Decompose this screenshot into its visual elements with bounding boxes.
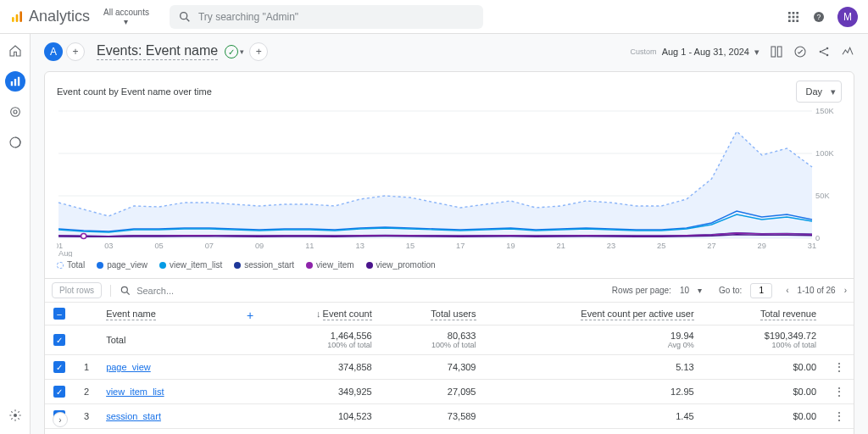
analytics-logo-icon (10, 10, 24, 24)
date-range-picker[interactable]: Custom Aug 1 - Aug 31, 2024 ▾ (631, 47, 760, 58)
add-dimension-button[interactable]: + (247, 309, 253, 322)
svg-text:11: 11 (305, 242, 314, 250)
svg-text:17: 17 (456, 242, 465, 250)
table-row: 1page_view374,85874,3095.13$0.00⋮ (45, 355, 854, 380)
legend-swatch (366, 262, 373, 269)
megaphone-icon (8, 136, 22, 149)
nav-explore[interactable] (5, 102, 25, 122)
row-menu-icon[interactable]: ⋮ (833, 385, 845, 398)
help-icon[interactable]: ? (812, 10, 826, 24)
event-name-link[interactable]: page_view (106, 362, 151, 372)
chevron-down-icon[interactable]: ▾ (698, 286, 702, 295)
sidenav-expand[interactable]: › (53, 412, 68, 427)
search-input[interactable]: Try searching "Admin" (170, 5, 483, 29)
apps-icon[interactable] (787, 10, 800, 24)
svg-rect-13 (796, 19, 798, 22)
svg-rect-2 (19, 11, 22, 22)
status-check-icon[interactable]: ✓ (225, 45, 238, 58)
cell-total-users: 23,754 (381, 429, 485, 435)
page-prev[interactable]: ‹ (786, 286, 788, 295)
share-icon[interactable] (817, 45, 831, 58)
col-per-active[interactable]: Event count per active user (581, 309, 693, 320)
date-range-value: Aug 1 - Aug 31, 2024 (662, 47, 749, 57)
chevron-down-icon: ▾ (754, 47, 760, 58)
svg-rect-24 (777, 47, 782, 57)
nav-reports[interactable] (5, 71, 25, 92)
row-checkbox[interactable] (53, 361, 65, 373)
cell-event-count: 104,523 (259, 404, 381, 429)
legend-label: session_start (244, 260, 294, 270)
legend-item[interactable]: view_promotion (366, 260, 436, 270)
row-checkbox[interactable] (53, 334, 65, 346)
avatar[interactable]: M (837, 7, 858, 27)
chevron-down-icon[interactable]: ▾ (240, 47, 244, 56)
add-segment-button[interactable]: + (66, 42, 85, 61)
legend-item[interactable]: page_view (97, 260, 147, 270)
nav-advertising[interactable] (5, 132, 25, 153)
granularity-dropdown[interactable]: Day (796, 81, 842, 103)
row-checkbox[interactable] (53, 386, 65, 398)
nav-home[interactable] (5, 41, 25, 61)
rows-per-page-value[interactable]: 10 (680, 286, 689, 295)
select-all-checkbox[interactable] (53, 308, 65, 320)
svg-point-22 (14, 414, 17, 417)
svg-text:13: 13 (355, 242, 364, 250)
row-index: 1 (75, 355, 97, 380)
cell-per-active: 4.08 (485, 429, 703, 435)
svg-rect-23 (771, 47, 776, 57)
cell-per-active: 12.95 (485, 380, 703, 404)
event-name-link[interactable]: view_item_list (106, 387, 164, 397)
chevron-down-icon: ▾ (124, 17, 128, 26)
legend-swatch (234, 262, 241, 269)
col-event-count[interactable]: Event count (323, 309, 372, 320)
page-header: A + Events: Event name ✓ ▾ + Custom Aug … (31, 34, 868, 66)
svg-text:50K: 50K (815, 192, 829, 200)
plot-rows-button[interactable]: Plot rows (52, 282, 102, 298)
sparkline-icon[interactable] (841, 45, 854, 58)
svg-rect-6 (793, 12, 795, 14)
legend-item[interactable]: view_item_list (159, 260, 222, 270)
table-search[interactable]: Search... (110, 285, 604, 297)
sort-down-icon[interactable]: ↓ (316, 309, 321, 319)
event-name-link[interactable]: session_start (106, 411, 161, 421)
row-menu-icon[interactable]: ⋮ (833, 409, 845, 423)
page-title[interactable]: Events: Event name (97, 43, 218, 60)
nav-admin[interactable] (5, 405, 25, 426)
col-total-users[interactable]: Total users (431, 309, 476, 320)
svg-text:19: 19 (506, 242, 515, 250)
data-table: Event name + ↓Event count Total users Ev… (45, 302, 854, 434)
add-comparison-button[interactable]: + (249, 42, 268, 61)
legend-item[interactable]: session_start (234, 260, 294, 270)
goto-input[interactable] (750, 283, 772, 298)
total-label: Total (97, 326, 259, 355)
account-switcher[interactable]: All accounts ▾ (103, 8, 149, 26)
product-logo[interactable]: Analytics (10, 8, 90, 25)
svg-point-37 (81, 233, 86, 238)
legend-item[interactable]: Total (57, 260, 85, 270)
legend-label: Total (67, 260, 85, 270)
cell-revenue: $0.00 (703, 355, 825, 380)
col-total-revenue[interactable]: Total revenue (760, 309, 816, 320)
table-search-placeholder: Search... (136, 286, 174, 296)
insights-icon[interactable] (793, 45, 807, 58)
col-event-name[interactable]: Event name (106, 309, 156, 320)
segment-badge[interactable]: A (44, 42, 63, 61)
svg-text:25: 25 (657, 242, 665, 250)
main-content: › A + Events: Event name ✓ ▾ + Custom Au… (31, 34, 868, 434)
line-chart: 050K100K150K0103050709111315171921232527… (57, 106, 842, 257)
svg-rect-16 (10, 81, 12, 86)
legend-swatch (97, 262, 103, 269)
svg-text:23: 23 (607, 242, 615, 250)
search-placeholder: Try searching "Admin" (198, 11, 298, 23)
chart-area[interactable]: 050K100K150K0103050709111315171921232527… (45, 106, 854, 257)
legend-swatch (306, 262, 313, 269)
row-menu-icon[interactable]: ⋮ (833, 360, 845, 374)
customize-icon[interactable] (770, 45, 783, 58)
chart-legend: Totalpage_viewview_item_listsession_star… (45, 257, 854, 278)
legend-item[interactable]: view_item (306, 260, 353, 270)
svg-rect-9 (793, 15, 795, 18)
page-next[interactable]: › (844, 286, 847, 295)
table-pager: Rows per page: 10 ▾ Go to: ‹ 1-10 of 26 … (612, 283, 847, 298)
svg-line-56 (127, 292, 130, 294)
svg-text:29: 29 (758, 242, 766, 250)
